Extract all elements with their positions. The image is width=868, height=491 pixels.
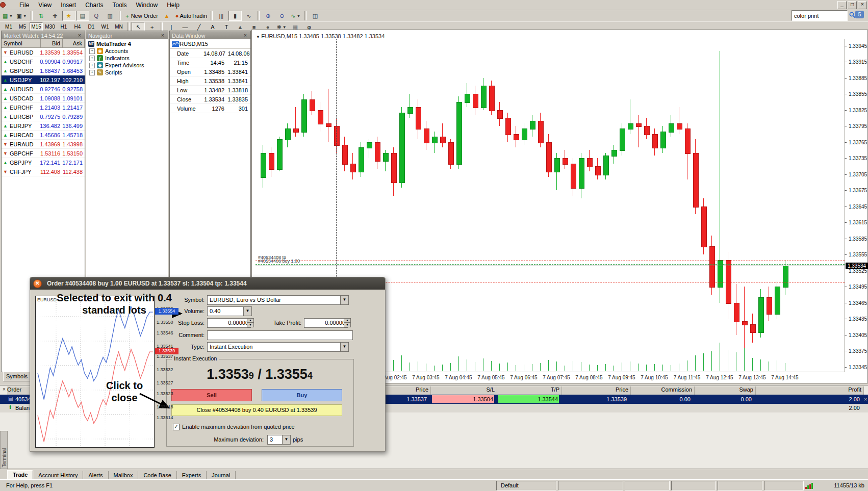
market-watch-row-usdjpy[interactable]: ▲USDJPY102.197102.210 [2,75,85,85]
terminal-tab-alerts[interactable]: Alerts [83,471,108,479]
arrow-up-icon: ▲ [3,59,8,64]
market-watch-toggle[interactable]: ⇅ [35,11,48,21]
menu-view[interactable]: View [34,1,56,10]
market-watch-row-gbpusd[interactable]: ▲GBPUSD1.684371.68453 [2,66,85,75]
terminal-toggle[interactable]: ▤ [76,11,89,21]
arrow-up-icon: ▲ [3,68,8,73]
terminal-tab-trade[interactable]: Trade [7,470,33,479]
line-mode-button[interactable]: ∿ [242,11,256,21]
indicators-button[interactable]: ∿▼ [289,11,302,21]
arrow-down-icon: ▼ [3,169,8,174]
terminal-side-tab[interactable]: Terminal [0,431,8,470]
new-order-button[interactable]: ＋New Order [123,11,160,21]
close-icon[interactable]: × [1,386,7,392]
market-watch-row-gbpchf[interactable]: ▼GBPCHF1.531161.53150 [2,149,85,158]
zoom-out-button[interactable]: ⊖ [275,11,289,21]
close-button[interactable]: × [858,1,867,9]
terminal-tab-account-history[interactable]: Account History [33,471,83,479]
terminal-col-commission[interactable]: Commission [631,386,695,395]
chevron-down-icon[interactable]: ▼ [23,14,27,18]
terminal-col-price[interactable]: Price [562,386,631,395]
notification-badge[interactable]: 5 [855,11,864,18]
close-icon[interactable]: × [160,33,166,38]
expand-icon[interactable]: + [89,56,95,61]
terminal-tab-mailbox[interactable]: Mailbox [109,471,139,479]
menu-charts[interactable]: Charts [81,1,108,10]
market-watch-col-symbol[interactable]: Symbol [2,39,41,47]
arrange-windows-button[interactable]: ◫ [309,11,322,21]
navigator-item-accounts[interactable]: +◉Accounts [86,47,168,54]
menu-help[interactable]: Help [162,1,184,10]
market-watch-row-eurjpy[interactable]: ▲EURJPY136.482136.499 [2,121,85,131]
menu-insert[interactable]: Insert [56,1,81,10]
autotrading-button[interactable]: ●AutoTradin [174,11,209,21]
navigator-root[interactable]: MTMetaTrader 4 [86,39,168,47]
market-watch-row-euraud[interactable]: ▼EURAUD1.439691.43998 [2,140,85,149]
navigator-toggle[interactable]: ★ [62,11,75,21]
menu-tools[interactable]: Tools [108,1,132,10]
navigator-item-expert-advisors[interactable]: +◆Expert Advisors [86,61,168,68]
market-watch-row-usdchf[interactable]: ▲USDCHF0.909040.90917 [2,57,85,66]
terminal-col-sl[interactable]: S/L [431,386,497,395]
market-watch-col-ask[interactable]: Ask [63,39,85,47]
navigator-item-scripts[interactable]: +✎Scripts [86,68,168,75]
status-cell [671,481,716,490]
print-button[interactable]: ▥ [104,11,117,21]
terminal-tab-journal[interactable]: Journal [207,471,236,479]
market-watch-row-eurgbp[interactable]: ▲EURGBP0.792750.79289 [2,112,85,121]
candle [424,128,429,143]
tab-symbols[interactable]: Symbols [3,372,31,381]
new-chart-button[interactable]: ▦▼ [1,11,14,21]
window-controls: _□× [837,1,867,9]
price-tick-mark [845,46,847,46]
restore-button[interactable]: □ [848,1,857,9]
candle [660,132,666,149]
zoom-in-button[interactable]: ⊕ [262,11,275,21]
metaeditor-icon[interactable]: ▲ [160,11,173,21]
arrow-down-icon: ▼ [3,142,8,147]
data-window-toggle[interactable]: ✚ [48,11,62,21]
terminal-col-profit[interactable]: Profit [756,386,864,395]
market-watch-row-audusd[interactable]: ▲AUDUSD0.927460.92758 [2,85,85,94]
navigator-tree: MTMetaTrader 4+◉Accounts+ƒIndicators+◆Ex… [86,39,168,75]
navigator-item-indicators[interactable]: +ƒIndicators [86,54,168,61]
market-watch-row-eurcad[interactable]: ▲EURCAD1.456861.45718 [2,131,85,140]
market-watch-row-usdcad[interactable]: ▲USDCAD1.090881.09101 [2,94,85,103]
expand-icon[interactable]: + [89,48,95,54]
symbol-cell: ▲EURCHF [2,105,40,111]
data-window-row-low: Low1.334821.33818 [170,86,250,95]
close-icon[interactable]: × [242,33,248,38]
expand-icon[interactable]: + [89,63,95,68]
price-tick-label: 1.33825 [849,108,867,113]
search-input[interactable] [792,10,848,21]
market-watch-row-chfjpy[interactable]: ▼CHFJPY112.408112.438 [2,167,85,176]
chevron-down-icon[interactable]: ▼ [297,14,301,18]
strategy-tester-button[interactable]: Q [90,11,103,21]
price-tick-mark [845,126,847,126]
market-watch-col-bid[interactable]: Bid [41,39,63,47]
minimize-button[interactable]: _ [837,1,847,9]
chevron-down-icon[interactable]: ▼ [283,25,287,30]
market-watch-row-gbpjpy[interactable]: ▲GBPJPY172.141172.171 [2,158,85,167]
print-button-icon: ▥ [107,13,112,19]
candle [497,110,503,119]
close-icon[interactable]: × [76,33,83,38]
chevron-down-icon[interactable]: ▼ [9,14,13,18]
market-watch-row-eurusd[interactable]: ▼EURUSD1.335391.33554 [2,48,85,57]
menu-window[interactable]: Window [132,1,163,10]
close-trade-icon[interactable]: × [864,395,867,404]
candle [407,107,413,114]
status-profile[interactable]: Default [496,481,556,490]
expand-icon[interactable]: + [89,70,95,75]
menu-file[interactable]: File [15,1,34,10]
bars-mode-button[interactable]: ||| [215,11,228,21]
terminal-col-swap[interactable]: Swap [695,386,756,395]
profiles-button[interactable]: ▣▼ [15,11,28,21]
terminal-tab-code-base[interactable]: Code Base [138,471,176,479]
terminal-col-tp[interactable]: T/P [497,386,562,395]
data-window-value-prev: 1.33835 [227,96,250,102]
candles-mode-button[interactable]: ▮ [228,11,242,21]
terminal-tab-experts[interactable]: Experts [177,471,207,479]
market-watch-row-eurchf[interactable]: ▲EURCHF1.214031.21417 [2,103,85,112]
data-window-row-label: Time [170,60,203,66]
